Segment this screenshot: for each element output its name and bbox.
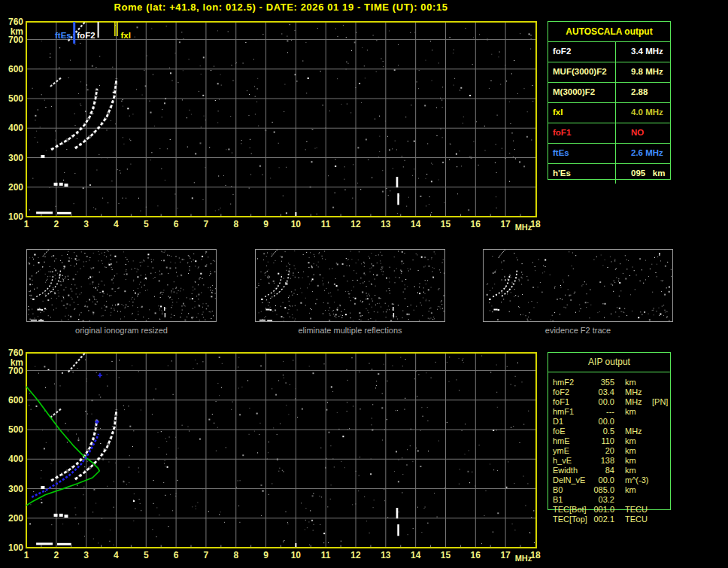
f2-x-trace <box>502 271 517 296</box>
fxI-marker: fxI <box>115 22 131 40</box>
svg-text:2: 2 <box>53 219 59 229</box>
bright-spot <box>496 309 498 311</box>
aip-param: foF2 <box>553 387 590 397</box>
svg-text:17: 17 <box>500 219 511 229</box>
svg-text:600: 600 <box>8 395 23 405</box>
parameter-label: MUF(3000)F2 <box>548 62 616 82</box>
grid <box>26 353 536 548</box>
electron-density-profile <box>26 387 99 506</box>
aip-note <box>651 466 670 475</box>
second-hop-streak <box>499 250 505 257</box>
autoscala-table-header: AUTOSCALA output <box>548 22 670 42</box>
aip-unit <box>614 495 651 505</box>
aip-note <box>651 505 670 515</box>
bright-spot <box>41 155 44 158</box>
aip-param: hmF2 <box>553 378 590 387</box>
svg-text:3: 3 <box>83 219 89 229</box>
aip-row-h_vE: h_vE138km <box>553 456 670 466</box>
aip-note <box>651 495 670 505</box>
bright-spot <box>59 514 63 517</box>
thumbnail-original-ionogram <box>26 249 217 322</box>
aip-unit: TECU <box>614 515 651 524</box>
aip-param: TEC[Bot] <box>553 505 590 515</box>
thumbnail-border <box>256 250 445 322</box>
aip-val: 84 <box>590 466 614 475</box>
aip-unit: m^(-3) <box>614 475 651 485</box>
svg-text:11: 11 <box>321 219 331 229</box>
aip-note <box>651 436 670 446</box>
autoscala-table-body: foF23.4 MHzMUF(3000)F29.8 MHzM(3000)F22.… <box>548 42 670 184</box>
bright-spot <box>41 309 44 311</box>
foF2-marker: foF2 <box>77 22 98 40</box>
svg-text:10: 10 <box>291 550 302 560</box>
aip-row-TEC[Bot]: TEC[Bot]001.0TECU <box>553 505 670 515</box>
svg-text:7: 7 <box>204 219 209 229</box>
svg-text:5: 5 <box>144 219 149 229</box>
svg-text:6: 6 <box>174 550 179 560</box>
svg-text:200: 200 <box>8 182 23 193</box>
aip-val: 20 <box>590 446 614 456</box>
aip-unit: km <box>614 378 651 387</box>
noise-layer <box>28 251 216 322</box>
svg-text:16: 16 <box>471 219 481 229</box>
parameter-label: foF2 <box>548 42 616 62</box>
svg-text:km: km <box>11 357 23 368</box>
echo-traces <box>489 250 517 311</box>
svg-text:12: 12 <box>350 219 361 229</box>
autoscala-row-h'Es: h'Es095 km <box>548 164 670 184</box>
aip-unit <box>614 417 651 427</box>
aip-table-body: hmF2355kmfoF203.4MHzfoF100.0MHz[PN]hmF1-… <box>553 378 670 524</box>
svg-text:500: 500 <box>8 93 23 104</box>
svg-text:2: 2 <box>53 550 59 560</box>
svg-text:300: 300 <box>8 153 23 163</box>
aip-val: --- <box>590 407 614 417</box>
aip-row-hmF1: hmF1---km <box>553 407 670 417</box>
autoscala-output-table: AUTOSCALA output foF23.4 MHzMUF(3000)F29… <box>548 21 671 180</box>
svg-text:km: km <box>11 26 23 37</box>
thumbnail-eliminate-reflections <box>255 249 445 322</box>
svg-text:600: 600 <box>8 64 23 74</box>
svg-text:14: 14 <box>411 550 421 560</box>
aip-val: 0.5 <box>590 427 614 436</box>
aip-val: 00.0 <box>590 475 614 485</box>
bright-spot <box>54 514 58 517</box>
svg-text:16: 16 <box>471 550 481 560</box>
svg-text:12: 12 <box>350 550 361 560</box>
aip-unit: km <box>614 407 651 417</box>
aip-output-table: AIP output hmF2355kmfoF203.4MHzfoF100.0M… <box>548 352 671 510</box>
svg-text:4: 4 <box>114 219 119 229</box>
echo-traces <box>36 354 398 545</box>
second-hop-streak <box>68 354 85 372</box>
parameter-label: ftEs <box>548 144 616 163</box>
aip-unit: MHz <box>614 397 651 407</box>
aip-row-B1: B103.2 <box>553 495 670 505</box>
x-axis-labels: 123456789101112131415161718MHz <box>24 219 541 232</box>
f2-o-trace <box>493 274 510 296</box>
svg-text:10: 10 <box>291 219 302 229</box>
aip-note: [PN] <box>651 397 670 407</box>
bright-spot <box>59 183 63 186</box>
aip-unit: MHz <box>614 427 651 436</box>
f2-o-trace <box>51 89 97 150</box>
svg-text:14: 14 <box>411 219 421 229</box>
aip-unit: km <box>614 466 651 475</box>
parameter-label: h'Es <box>548 164 616 184</box>
ionogram-plot-top: 760700600500400300200100km12345678910111… <box>0 0 557 241</box>
f2-x-trace-halo <box>75 79 117 148</box>
aip-row-foE: foE0.5MHz <box>553 427 670 436</box>
parameter-value: 9.8 MHz <box>616 62 670 82</box>
aip-row-hmF2: hmF2355km <box>553 378 670 387</box>
bright-spot <box>32 299 35 300</box>
aip-param: B1 <box>553 495 590 505</box>
aip-note <box>651 387 670 397</box>
aip-note <box>651 407 670 417</box>
thumbnail-border <box>27 250 217 322</box>
parameter-label: fxI <box>548 103 616 123</box>
parameter-value: 3.4 MHz <box>616 42 670 62</box>
aip-note <box>651 485 670 495</box>
aip-unit: TECU <box>614 505 651 515</box>
noise-layer <box>256 251 444 321</box>
svg-text:15: 15 <box>441 219 451 229</box>
aip-row-DelN_vE: DelN_vE00.0m^(-3) <box>553 475 670 485</box>
aip-val: 085.0 <box>590 485 614 495</box>
